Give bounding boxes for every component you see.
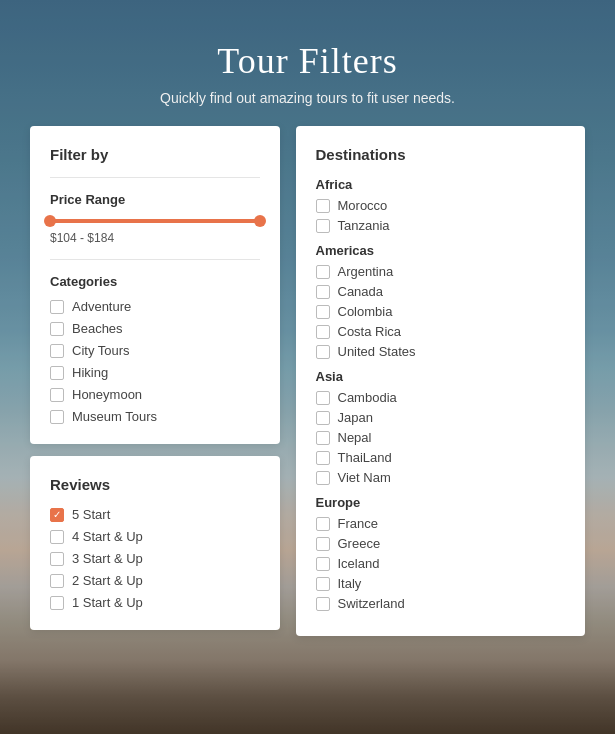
checkbox-box[interactable] xyxy=(50,508,64,522)
destination-item[interactable]: Viet Nam xyxy=(316,470,566,485)
checkbox-box[interactable] xyxy=(50,366,64,380)
checkbox-box[interactable] xyxy=(316,577,330,591)
categories-list: AdventureBeachesCity ToursHikingHoneymoo… xyxy=(50,299,260,424)
destination-item[interactable]: Argentina xyxy=(316,264,566,279)
destination-item[interactable]: France xyxy=(316,516,566,531)
filter-panel: Filter by Price Range $104 - $184 Catego… xyxy=(30,126,280,444)
destination-item[interactable]: Switzerland xyxy=(316,596,566,611)
checkbox-box[interactable] xyxy=(50,388,64,402)
price-slider-track[interactable] xyxy=(50,219,260,223)
category-label: Honeymoon xyxy=(72,387,142,402)
destination-label: Argentina xyxy=(338,264,394,279)
checkbox-box[interactable] xyxy=(316,305,330,319)
destination-label: Costa Rica xyxy=(338,324,402,339)
checkbox-box[interactable] xyxy=(316,597,330,611)
destination-item[interactable]: Japan xyxy=(316,410,566,425)
checkbox-box[interactable] xyxy=(50,300,64,314)
checkbox-box[interactable] xyxy=(50,322,64,336)
category-item[interactable]: City Tours xyxy=(50,343,260,358)
left-column: Filter by Price Range $104 - $184 Catego… xyxy=(30,126,280,636)
checkbox-box[interactable] xyxy=(50,596,64,610)
destination-label: ThaiLand xyxy=(338,450,392,465)
destination-label: France xyxy=(338,516,378,531)
category-item[interactable]: Hiking xyxy=(50,365,260,380)
checkbox-box[interactable] xyxy=(316,345,330,359)
checkbox-box[interactable] xyxy=(316,471,330,485)
destination-item[interactable]: Nepal xyxy=(316,430,566,445)
region-title: Americas xyxy=(316,243,566,258)
destination-label: Morocco xyxy=(338,198,388,213)
destination-item[interactable]: Italy xyxy=(316,576,566,591)
destination-item[interactable]: ThaiLand xyxy=(316,450,566,465)
region-title: Asia xyxy=(316,369,566,384)
filter-panels: Filter by Price Range $104 - $184 Catego… xyxy=(30,126,585,636)
checkbox-box[interactable] xyxy=(50,552,64,566)
checkbox-box[interactable] xyxy=(316,285,330,299)
review-item[interactable]: 5 Start xyxy=(50,507,260,522)
page-content: Tour Filters Quickly find out amazing to… xyxy=(0,0,615,734)
review-item[interactable]: 2 Start & Up xyxy=(50,573,260,588)
category-label: Adventure xyxy=(72,299,131,314)
destinations-title: Destinations xyxy=(316,146,566,163)
page-subtitle: Quickly find out amazing tours to fit us… xyxy=(160,90,455,106)
review-label: 5 Start xyxy=(72,507,110,522)
destinations-panel: Destinations AfricaMoroccoTanzaniaAmeric… xyxy=(296,126,586,636)
destination-label: Tanzania xyxy=(338,218,390,233)
slider-thumb-right[interactable] xyxy=(254,215,266,227)
checkbox-box[interactable] xyxy=(316,451,330,465)
checkbox-box[interactable] xyxy=(316,537,330,551)
destination-label: Switzerland xyxy=(338,596,405,611)
checkbox-box[interactable] xyxy=(316,557,330,571)
destination-item[interactable]: Cambodia xyxy=(316,390,566,405)
checkbox-box[interactable] xyxy=(50,344,64,358)
destination-item[interactable]: Morocco xyxy=(316,198,566,213)
checkbox-box[interactable] xyxy=(316,199,330,213)
review-label: 1 Start & Up xyxy=(72,595,143,610)
checkbox-box[interactable] xyxy=(316,219,330,233)
destination-item[interactable]: Canada xyxy=(316,284,566,299)
checkbox-box[interactable] xyxy=(316,431,330,445)
checkbox-box[interactable] xyxy=(50,410,64,424)
price-range-label: Price Range xyxy=(50,192,260,207)
review-item[interactable]: 4 Start & Up xyxy=(50,529,260,544)
review-item[interactable]: 1 Start & Up xyxy=(50,595,260,610)
destination-item[interactable]: Iceland xyxy=(316,556,566,571)
destination-label: Greece xyxy=(338,536,381,551)
categories-title: Categories xyxy=(50,274,260,289)
filter-panel-title: Filter by xyxy=(50,146,260,163)
region-title: Africa xyxy=(316,177,566,192)
destination-item[interactable]: Colombia xyxy=(316,304,566,319)
divider-2 xyxy=(50,259,260,260)
review-label: 3 Start & Up xyxy=(72,551,143,566)
slider-thumb-left[interactable] xyxy=(44,215,56,227)
category-label: Beaches xyxy=(72,321,123,336)
slider-fill xyxy=(50,219,260,223)
category-item[interactable]: Museum Tours xyxy=(50,409,260,424)
destination-label: Italy xyxy=(338,576,362,591)
checkbox-box[interactable] xyxy=(50,530,64,544)
review-item[interactable]: 3 Start & Up xyxy=(50,551,260,566)
destination-item[interactable]: Tanzania xyxy=(316,218,566,233)
destination-item[interactable]: United States xyxy=(316,344,566,359)
review-label: 2 Start & Up xyxy=(72,573,143,588)
reviews-list: 5 Start4 Start & Up3 Start & Up2 Start &… xyxy=(50,507,260,610)
checkbox-box[interactable] xyxy=(316,325,330,339)
destination-item[interactable]: Greece xyxy=(316,536,566,551)
checkbox-box[interactable] xyxy=(316,517,330,531)
category-label: City Tours xyxy=(72,343,130,358)
category-item[interactable]: Honeymoon xyxy=(50,387,260,402)
checkbox-box[interactable] xyxy=(316,265,330,279)
divider-1 xyxy=(50,177,260,178)
review-label: 4 Start & Up xyxy=(72,529,143,544)
category-item[interactable]: Adventure xyxy=(50,299,260,314)
destination-label: Japan xyxy=(338,410,373,425)
checkbox-box[interactable] xyxy=(316,391,330,405)
destination-item[interactable]: Costa Rica xyxy=(316,324,566,339)
checkbox-box[interactable] xyxy=(316,411,330,425)
page-title: Tour Filters xyxy=(160,40,455,82)
category-item[interactable]: Beaches xyxy=(50,321,260,336)
destination-label: Canada xyxy=(338,284,384,299)
checkbox-box[interactable] xyxy=(50,574,64,588)
destinations-list: AfricaMoroccoTanzaniaAmericasArgentinaCa… xyxy=(316,177,566,611)
destination-label: United States xyxy=(338,344,416,359)
